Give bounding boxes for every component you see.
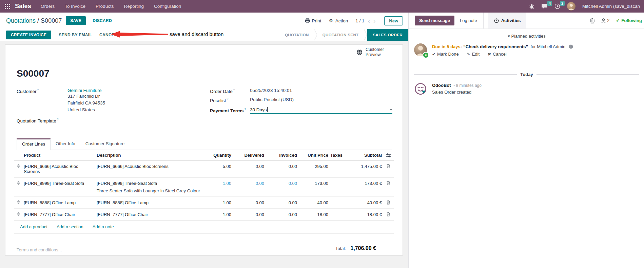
cell-subtotal: 18.00 € (356, 209, 383, 220)
add-a-note-link[interactable]: Add a note (93, 224, 114, 229)
cell-quantity[interactable]: 1.00 (203, 178, 232, 189)
pencil-icon: ✎ (467, 52, 470, 57)
cell-unit-price[interactable]: 18.00 (298, 209, 329, 220)
cell-delivered[interactable]: 0.00 (232, 161, 265, 172)
cell-delivered[interactable]: 0.00 (232, 178, 265, 189)
message-author[interactable]: OdooBot (432, 83, 451, 88)
activity-summary-line: Due in 5 days:“Check delivery requiremen… (432, 44, 573, 49)
app-brand[interactable]: Sales (15, 3, 31, 10)
cell-unit-price[interactable]: 295.00 (298, 161, 329, 172)
message-body: Sales Order created (432, 90, 482, 95)
apps-menu-icon[interactable] (5, 4, 10, 9)
cell-taxes[interactable] (329, 209, 356, 215)
send-message-button[interactable]: Send message (415, 16, 454, 25)
user-menu[interactable]: Mitchell Admin (save_discard (582, 4, 640, 9)
add-a-section-link[interactable]: Add a section (57, 224, 83, 229)
cell-product[interactable]: [FURN_8999] Three-Seat Sofa (23, 178, 96, 189)
cell-product[interactable]: [FURN_7777] Office Chair (23, 209, 96, 220)
cell-unit-price[interactable]: 173.00 (298, 178, 329, 189)
payment-terms-input[interactable]: 30 Days (250, 107, 392, 114)
cell-description[interactable]: [FURN_7777] Office Chair (96, 209, 203, 220)
edit-activity-button[interactable]: ✎Edit (467, 52, 480, 57)
cell-quantity[interactable]: 1.00 (203, 209, 232, 220)
log-note-button[interactable]: Log note (460, 18, 477, 23)
customer-preview-button[interactable]: Customer Preview (352, 45, 403, 60)
cancel-button[interactable]: CANCEL (99, 33, 117, 37)
cell-taxes[interactable] (329, 178, 356, 184)
cell-unit-price[interactable]: 40.00 (298, 197, 329, 208)
discard-button[interactable]: DISCARD (93, 18, 112, 23)
cell-product[interactable]: [FURN_8888] Office Lamp (23, 197, 96, 208)
pager-previous-icon[interactable]: ‹ (368, 18, 370, 24)
mark-done-button[interactable]: ✔Mark Done (432, 52, 459, 57)
attachments-paperclip-icon[interactable] (590, 18, 595, 23)
delete-row-icon[interactable] (383, 161, 394, 171)
menu-configuration[interactable]: Configuration (154, 4, 181, 9)
drag-handle-icon[interactable] (14, 178, 23, 188)
tab-customer-signature[interactable]: Customer Signature (80, 138, 130, 150)
customer-link[interactable]: Gemini Furniture (67, 88, 102, 93)
delete-row-icon[interactable] (383, 178, 394, 188)
create-invoice-button[interactable]: CREATE INVOICE (6, 31, 51, 39)
activity-due-date: Due in 5 days: (432, 44, 462, 49)
cell-description[interactable]: [FURN_8999] Three-Seat Sofa Three Seater… (96, 178, 203, 196)
quotation-template-field[interactable]: Quotation Template? (17, 117, 210, 123)
terms-and-conditions-input[interactable]: Terms and conditions... (17, 247, 62, 252)
activities-button[interactable]: Activities (488, 13, 527, 28)
cell-quantity[interactable]: 1.00 (203, 197, 232, 208)
cell-description[interactable]: [FURN_8888] Office Lamp (96, 197, 203, 208)
following-button[interactable]: ✔ Following (616, 18, 642, 23)
menu-to-invoice[interactable]: To Invoice (65, 4, 85, 9)
followers-button[interactable]: 2 (601, 18, 609, 23)
user-avatar[interactable] (567, 2, 575, 11)
cell-invoiced[interactable]: 0.00 (265, 178, 298, 189)
messages-icon[interactable]: 4 (541, 3, 548, 9)
cell-quantity[interactable]: 5.00 (203, 161, 232, 172)
pricelist-value[interactable]: Public Pricelist (USD) (250, 97, 294, 103)
save-button[interactable]: SAVE (66, 16, 86, 25)
cell-product[interactable]: [FURN_6666] Acoustic Bloc Screens (23, 161, 96, 177)
state-quotation[interactable]: QUOTATION (280, 29, 314, 41)
action-menu[interactable]: ⚙ Action (329, 18, 348, 24)
breadcrumb-quotations-link[interactable]: Quotations (6, 17, 36, 24)
drag-handle-icon[interactable] (14, 209, 23, 219)
cell-taxes[interactable] (329, 161, 356, 167)
form-view-pane: Quotations / S00007 SAVE DISCARD save an… (0, 13, 409, 268)
drag-handle-icon[interactable] (14, 161, 23, 171)
tab-other-info[interactable]: Other Info (51, 138, 80, 150)
cell-taxes[interactable] (329, 197, 356, 203)
cell-invoiced[interactable]: 0.00 (265, 161, 298, 172)
new-button[interactable]: New (384, 16, 403, 25)
menu-products[interactable]: Products (96, 4, 114, 9)
pricelist-field: Pricelist? Public Pricelist (USD) (210, 97, 392, 103)
cell-delivered[interactable]: 0.00 (232, 209, 265, 220)
send-by-email-button[interactable]: SEND BY EMAIL (59, 33, 92, 37)
optional-columns-icon[interactable] (383, 150, 394, 160)
print-menu[interactable]: Print (305, 18, 321, 23)
cancel-activity-button[interactable]: ✖Cancel (488, 52, 507, 57)
add-a-product-link[interactable]: Add a product (20, 224, 47, 229)
planned-activities-toggle[interactable]: ▾ Planned activities (508, 34, 545, 39)
order-line-row: [FURN_6666] Acoustic Bloc Screens [FURN_… (14, 161, 394, 178)
state-quotation-sent[interactable]: QUOTATION SENT (317, 29, 364, 41)
activities-clock-icon[interactable]: 2 (554, 3, 560, 9)
pager-next-icon[interactable]: › (373, 18, 375, 24)
dropdown-caret-icon[interactable] (390, 109, 392, 111)
cell-delivered[interactable]: 0.00 (232, 197, 265, 208)
state-sales-order[interactable]: SALES ORDER (367, 29, 408, 41)
drag-handle-icon[interactable] (14, 197, 23, 207)
tab-order-lines[interactable]: Order Lines (17, 138, 51, 150)
cell-invoiced[interactable]: 0.00 (265, 209, 298, 220)
info-icon[interactable] (569, 44, 573, 49)
cell-invoiced[interactable]: 0.00 (265, 197, 298, 208)
odoobot-avatar (414, 82, 428, 96)
state-separator-icon (364, 29, 367, 41)
order-date-value[interactable]: 05/25/2023 15:40:01 (250, 88, 292, 94)
debug-bug-icon[interactable] (529, 4, 534, 9)
delete-row-icon[interactable] (383, 209, 394, 219)
menu-orders[interactable]: Orders (41, 4, 55, 9)
menu-reporting[interactable]: Reporting (124, 4, 144, 9)
pager: 1 / 1 ‹ › (355, 18, 375, 24)
delete-row-icon[interactable] (383, 197, 394, 208)
cell-description[interactable]: [FURN_6666] Acoustic Bloc Screens (96, 161, 203, 172)
